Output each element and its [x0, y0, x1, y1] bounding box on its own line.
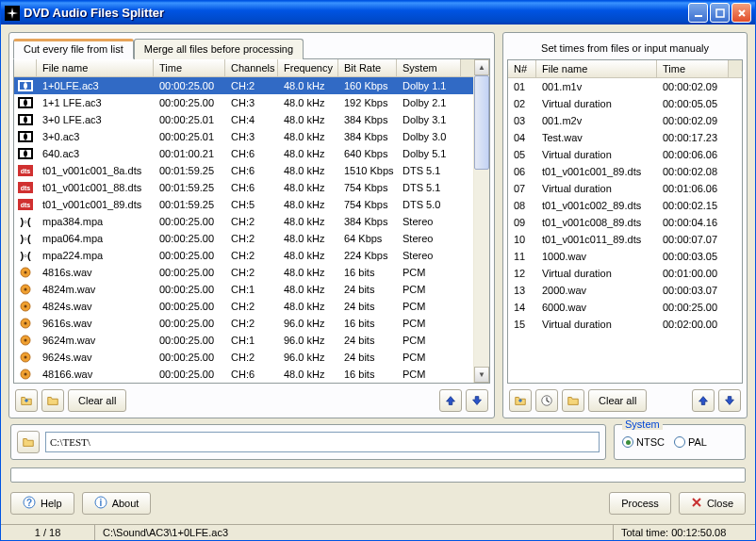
table-row[interactable]: 15Virtual duration00:02:00.00 — [508, 316, 742, 333]
statusbar: 1 / 18 C:\Sound\AC3\1+0LFE.ac3 Total tim… — [1, 524, 755, 540]
table-row[interactable]: 1+0LFE.ac300:00:25.00CH:248.0 kHz160 Kbp… — [14, 77, 473, 94]
table-row[interactable]: 06t01_v001c001_89.dts00:00:02.08 — [508, 163, 742, 180]
cell-filename: 48166.wav — [37, 368, 154, 381]
left-col-header[interactable]: Frequency — [278, 59, 338, 76]
table-row[interactable]: 3+0.ac300:00:25.01CH:348.0 kHz384 KbpsDo… — [14, 128, 473, 145]
svg-text:)◦(: )◦( — [20, 216, 31, 227]
table-row[interactable]: 09t01_v001c008_89.dts00:00:04.16 — [508, 214, 742, 231]
cell-filename: Test.wav — [536, 131, 657, 144]
table-row[interactable]: 08t01_v001c002_89.dts00:00:02.15 — [508, 197, 742, 214]
left-table[interactable]: File nameTimeChannelsFrequencyBit RateSy… — [13, 58, 490, 384]
close-window-button[interactable] — [731, 3, 751, 23]
cell-bitrate: 754 Kbps — [338, 181, 397, 194]
wav-icon — [18, 334, 33, 347]
table-row[interactable]: 4816s.wav00:00:25.00CH:248.0 kHz16 bitsP… — [14, 264, 473, 281]
table-row[interactable]: 48166.wav00:00:25.00CH:648.0 kHz16 bitsP… — [14, 366, 473, 383]
svg-text:i: i — [99, 498, 102, 508]
output-path-input[interactable] — [45, 432, 600, 452]
table-row[interactable]: 07Virtual duration00:01:06.06 — [508, 180, 742, 197]
cell-system: PCM — [397, 368, 461, 381]
close-button[interactable]: Close — [679, 492, 746, 515]
left-col-header[interactable]: Bit Rate — [338, 59, 397, 76]
cell-filename: t01_v001c001_89.dts — [536, 165, 657, 178]
scroll-up-icon[interactable]: ▲ — [474, 59, 489, 75]
radio-pal[interactable]: PAL — [674, 436, 707, 448]
left-col-header[interactable] — [14, 59, 37, 76]
table-row[interactable]: dtst01_v001c001_88.dts00:01:59.25CH:648.… — [14, 179, 473, 196]
right-col-header[interactable]: N# — [508, 60, 536, 77]
cell-time: 00:00:02.09 — [657, 114, 729, 127]
right-table[interactable]: N#File nameTime01001.m1v00:00:02.0902Vir… — [507, 59, 743, 384]
left-scrollbar[interactable]: ▲ ▼ — [473, 59, 489, 383]
table-row[interactable]: 4824s.wav00:00:25.00CH:248.0 kHz24 bitsP… — [14, 298, 473, 315]
table-row[interactable]: 9624s.wav00:00:25.00CH:296.0 kHz24 bitsP… — [14, 349, 473, 366]
svg-point-27 — [25, 356, 27, 359]
table-row[interactable]: 3+0 LFE.ac300:00:25.01CH:448.0 kHz384 Kb… — [14, 111, 473, 128]
table-row[interactable]: 111000.wav00:00:03.05 — [508, 248, 742, 265]
table-row[interactable]: )◦(mpa224.mpa00:00:25.00CH:248.0 kHz224 … — [14, 247, 473, 264]
radio-ntsc[interactable]: NTSC — [622, 436, 665, 448]
cell-time: 00:01:00.00 — [657, 267, 729, 280]
table-row[interactable]: 04Test.wav00:00:17.23 — [508, 129, 742, 146]
cell-time: 00:01:59.25 — [154, 198, 225, 211]
help-button[interactable]: ? Help — [10, 492, 74, 515]
close-icon — [691, 497, 702, 510]
table-row[interactable]: 05Virtual duration00:00:06.06 — [508, 146, 742, 163]
table-row[interactable]: dtst01_v001c001_89.dts00:01:59.25CH:548.… — [14, 196, 473, 213]
right-clear-all-button[interactable]: Clear all — [588, 389, 647, 412]
table-row[interactable]: 01001.m1v00:00:02.09 — [508, 78, 742, 95]
cell-system: Dolby 3.0 — [397, 130, 461, 143]
left-move-up-button[interactable] — [439, 389, 462, 412]
left-add-folder-button[interactable] — [41, 389, 64, 412]
right-add-folder-button[interactable] — [562, 389, 584, 412]
table-row[interactable]: 03001.m2v00:00:02.09 — [508, 112, 742, 129]
cell-time: 00:00:25.00 — [154, 232, 225, 245]
process-button[interactable]: Process — [609, 492, 671, 515]
left-col-header[interactable]: Channels — [225, 59, 278, 76]
table-row[interactable]: 146000.wav00:00:25.00 — [508, 299, 742, 316]
cell-system: PCM — [397, 317, 461, 330]
table-row[interactable]: )◦(mpa384.mpa00:00:25.00CH:248.0 kHz384 … — [14, 213, 473, 230]
window-title: DVD Audio Files Splitter — [24, 6, 688, 20]
cell-frequency: 48.0 kHz — [278, 198, 338, 211]
cell-frequency: 48.0 kHz — [278, 249, 338, 262]
right-col-header[interactable]: Time — [657, 60, 729, 77]
left-col-header[interactable]: System — [397, 59, 461, 76]
table-row[interactable]: 9624m.wav00:00:25.00CH:196.0 kHz24 bitsP… — [14, 332, 473, 349]
left-move-down-button[interactable] — [466, 389, 488, 412]
right-col-header[interactable]: File name — [536, 60, 657, 77]
cell-num: 07 — [508, 182, 536, 195]
left-add-file-button[interactable] — [15, 389, 38, 412]
right-move-up-button[interactable] — [692, 389, 715, 412]
right-add-file-button[interactable] — [509, 389, 532, 412]
table-row[interactable]: 02Virtual duration00:00:05.05 — [508, 95, 742, 112]
right-add-time-button[interactable] — [535, 389, 558, 412]
left-clear-all-button[interactable]: Clear all — [68, 389, 126, 412]
minimize-button[interactable] — [688, 3, 708, 23]
scroll-thumb[interactable] — [474, 75, 489, 170]
table-row[interactable]: 10t01_v001c011_89.dts00:00:07.07 — [508, 231, 742, 248]
table-row[interactable]: 12Virtual duration00:01:00.00 — [508, 265, 742, 282]
browse-path-button[interactable] — [17, 431, 40, 453]
left-col-header[interactable]: File name — [37, 59, 154, 76]
tab-merge[interactable]: Merge all files before processing — [134, 39, 304, 59]
tab-cut[interactable]: Cut every file from list — [13, 39, 134, 59]
cell-filename: 001.m2v — [536, 114, 657, 127]
table-row[interactable]: 640.ac300:01:00.21CH:648.0 kHz640 KbpsDo… — [14, 145, 473, 162]
scroll-down-icon[interactable]: ▼ — [474, 367, 489, 383]
table-row[interactable]: dtst01_v001c001_8a.dts00:01:59.25CH:648.… — [14, 162, 473, 179]
right-move-down-button[interactable] — [718, 389, 741, 412]
about-button[interactable]: i About — [82, 492, 152, 515]
svg-text:dts: dts — [21, 185, 31, 191]
table-row[interactable]: 9616s.wav00:00:25.00CH:296.0 kHz16 bitsP… — [14, 315, 473, 332]
maximize-button[interactable] — [710, 3, 730, 23]
cell-time: 00:01:00.21 — [154, 147, 225, 160]
left-col-header[interactable]: Time — [154, 59, 225, 76]
dts-icon: dts — [18, 198, 33, 211]
table-row[interactable]: 132000.wav00:00:03.07 — [508, 282, 742, 299]
table-row[interactable]: 4824m.wav00:00:25.00CH:148.0 kHz24 bitsP… — [14, 281, 473, 298]
table-row[interactable]: 1+1 LFE.ac300:00:25.00CH:348.0 kHz192 Kb… — [14, 94, 473, 111]
table-row[interactable]: )◦(mpa064.mpa00:00:25.00CH:248.0 kHz64 K… — [14, 230, 473, 247]
cell-filename: mpa384.mpa — [37, 215, 154, 228]
cell-filename: Virtual duration — [536, 148, 657, 161]
